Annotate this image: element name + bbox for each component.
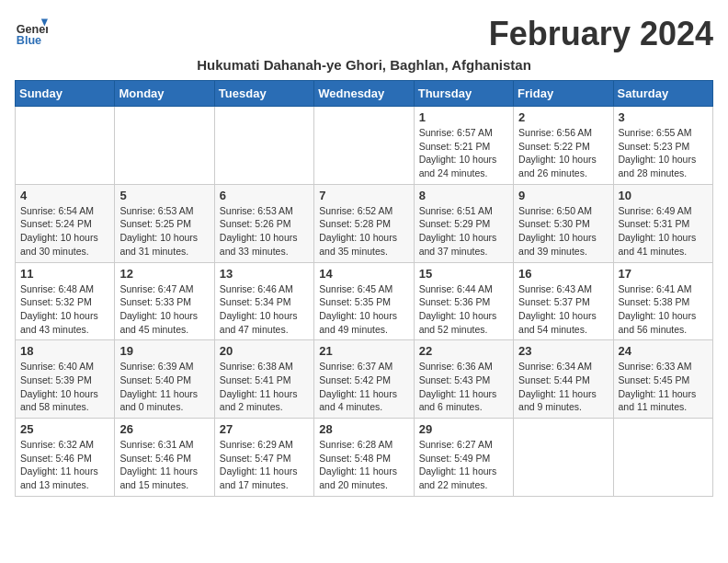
weekday-header-friday: Friday [514, 81, 613, 107]
header: General Blue February 2024 [15, 15, 713, 53]
calendar-cell: 5Sunrise: 6:53 AMSunset: 5:25 PMDaylight… [115, 184, 214, 262]
calendar-cell [613, 419, 712, 497]
day-number: 29 [419, 422, 508, 436]
title-area: February 2024 [489, 15, 713, 53]
day-info: Sunrise: 6:55 AMSunset: 5:23 PMDaylight:… [619, 126, 708, 180]
calendar-cell: 12Sunrise: 6:47 AMSunset: 5:33 PMDayligh… [115, 262, 214, 340]
calendar-cell: 25Sunrise: 6:32 AMSunset: 5:46 PMDayligh… [16, 419, 115, 497]
day-info: Sunrise: 6:38 AMSunset: 5:41 PMDaylight:… [220, 360, 309, 414]
calendar-cell: 24Sunrise: 6:33 AMSunset: 5:45 PMDayligh… [613, 340, 712, 419]
weekday-header-thursday: Thursday [414, 81, 513, 107]
day-info: Sunrise: 6:43 AMSunset: 5:37 PMDaylight:… [518, 282, 608, 337]
calendar-cell: 15Sunrise: 6:44 AMSunset: 5:36 PMDayligh… [414, 262, 513, 340]
svg-text:Blue: Blue [17, 34, 41, 47]
day-info: Sunrise: 6:29 AMSunset: 5:47 PMDaylight:… [220, 438, 309, 492]
weekday-header-tuesday: Tuesday [214, 81, 313, 107]
month-title: February 2024 [489, 15, 713, 53]
calendar-cell: 1Sunrise: 6:57 AMSunset: 5:21 PMDaylight… [414, 107, 513, 185]
weekday-header-wednesday: Wednesday [314, 81, 414, 107]
day-info: Sunrise: 6:28 AMSunset: 5:48 PMDaylight:… [319, 438, 408, 492]
day-number: 21 [319, 344, 408, 358]
day-info: Sunrise: 6:53 AMSunset: 5:25 PMDaylight:… [119, 204, 209, 259]
logo: General Blue [15, 15, 48, 48]
day-info: Sunrise: 6:34 AMSunset: 5:44 PMDaylight:… [518, 360, 608, 414]
day-number: 15 [419, 267, 508, 281]
day-info: Sunrise: 6:37 AMSunset: 5:42 PMDaylight:… [319, 360, 408, 414]
day-number: 28 [319, 422, 408, 436]
day-number: 3 [619, 110, 708, 124]
day-number: 25 [20, 422, 109, 436]
day-info: Sunrise: 6:32 AMSunset: 5:46 PMDaylight:… [20, 438, 109, 492]
day-number: 2 [518, 110, 608, 124]
day-number: 4 [20, 189, 109, 202]
calendar-cell [214, 107, 313, 185]
calendar-cell: 2Sunrise: 6:56 AMSunset: 5:22 PMDaylight… [514, 107, 613, 185]
day-info: Sunrise: 6:54 AMSunset: 5:24 PMDaylight:… [20, 204, 109, 259]
calendar-cell: 27Sunrise: 6:29 AMSunset: 5:47 PMDayligh… [214, 419, 313, 497]
day-info: Sunrise: 6:49 AMSunset: 5:31 PMDaylight:… [619, 204, 708, 259]
day-number: 27 [220, 422, 309, 436]
day-number: 7 [319, 189, 408, 202]
day-info: Sunrise: 6:48 AMSunset: 5:32 PMDaylight:… [20, 282, 109, 337]
calendar-cell: 3Sunrise: 6:55 AMSunset: 5:23 PMDaylight… [613, 107, 712, 185]
week-row-4: 18Sunrise: 6:40 AMSunset: 5:39 PMDayligh… [16, 340, 713, 419]
calendar-cell: 28Sunrise: 6:28 AMSunset: 5:48 PMDayligh… [314, 419, 414, 497]
day-info: Sunrise: 6:27 AMSunset: 5:49 PMDaylight:… [419, 438, 508, 492]
day-info: Sunrise: 6:47 AMSunset: 5:33 PMDaylight:… [119, 282, 209, 337]
day-number: 26 [119, 422, 209, 436]
day-info: Sunrise: 6:53 AMSunset: 5:26 PMDaylight:… [220, 204, 309, 259]
calendar-cell: 10Sunrise: 6:49 AMSunset: 5:31 PMDayligh… [613, 184, 712, 262]
calendar-cell: 16Sunrise: 6:43 AMSunset: 5:37 PMDayligh… [514, 262, 613, 340]
day-number: 6 [220, 189, 309, 202]
week-row-1: 1Sunrise: 6:57 AMSunset: 5:21 PMDaylight… [16, 107, 713, 185]
calendar-cell: 18Sunrise: 6:40 AMSunset: 5:39 PMDayligh… [16, 340, 115, 419]
calendar-cell: 23Sunrise: 6:34 AMSunset: 5:44 PMDayligh… [514, 340, 613, 419]
day-number: 24 [619, 344, 708, 358]
weekday-header-saturday: Saturday [613, 81, 712, 107]
day-info: Sunrise: 6:57 AMSunset: 5:21 PMDaylight:… [419, 126, 508, 180]
day-info: Sunrise: 6:39 AMSunset: 5:40 PMDaylight:… [119, 360, 209, 414]
day-info: Sunrise: 6:40 AMSunset: 5:39 PMDaylight:… [20, 360, 109, 414]
day-info: Sunrise: 6:50 AMSunset: 5:30 PMDaylight:… [518, 204, 608, 259]
calendar-cell: 7Sunrise: 6:52 AMSunset: 5:28 PMDaylight… [314, 184, 414, 262]
calendar-cell: 14Sunrise: 6:45 AMSunset: 5:35 PMDayligh… [314, 262, 414, 340]
day-number: 8 [419, 189, 508, 202]
calendar-cell: 20Sunrise: 6:38 AMSunset: 5:41 PMDayligh… [214, 340, 313, 419]
calendar-cell: 21Sunrise: 6:37 AMSunset: 5:42 PMDayligh… [314, 340, 414, 419]
calendar-cell: 4Sunrise: 6:54 AMSunset: 5:24 PMDaylight… [16, 184, 115, 262]
calendar-body: 1Sunrise: 6:57 AMSunset: 5:21 PMDaylight… [16, 107, 713, 497]
week-row-5: 25Sunrise: 6:32 AMSunset: 5:46 PMDayligh… [16, 419, 713, 497]
day-info: Sunrise: 6:33 AMSunset: 5:45 PMDaylight:… [619, 360, 708, 414]
calendar-cell: 9Sunrise: 6:50 AMSunset: 5:30 PMDaylight… [514, 184, 613, 262]
day-number: 17 [619, 267, 708, 281]
calendar-cell: 17Sunrise: 6:41 AMSunset: 5:38 PMDayligh… [613, 262, 712, 340]
calendar-cell [514, 419, 613, 497]
day-number: 20 [220, 344, 309, 358]
calendar-table: SundayMondayTuesdayWednesdayThursdayFrid… [15, 80, 713, 497]
week-row-2: 4Sunrise: 6:54 AMSunset: 5:24 PMDaylight… [16, 184, 713, 262]
day-info: Sunrise: 6:31 AMSunset: 5:46 PMDaylight:… [119, 438, 209, 492]
day-number: 10 [619, 189, 708, 202]
subtitle: Hukumati Dahanah-ye Ghori, Baghlan, Afgh… [15, 57, 713, 73]
calendar-cell: 19Sunrise: 6:39 AMSunset: 5:40 PMDayligh… [115, 340, 214, 419]
calendar-cell [314, 107, 414, 185]
day-number: 18 [20, 344, 109, 358]
day-number: 16 [518, 267, 608, 281]
calendar-cell: 11Sunrise: 6:48 AMSunset: 5:32 PMDayligh… [16, 262, 115, 340]
day-info: Sunrise: 6:51 AMSunset: 5:29 PMDaylight:… [419, 204, 508, 259]
day-number: 9 [518, 189, 608, 202]
day-number: 22 [419, 344, 508, 358]
day-info: Sunrise: 6:52 AMSunset: 5:28 PMDaylight:… [319, 204, 408, 259]
day-info: Sunrise: 6:46 AMSunset: 5:34 PMDaylight:… [220, 282, 309, 337]
day-info: Sunrise: 6:41 AMSunset: 5:38 PMDaylight:… [619, 282, 708, 337]
day-info: Sunrise: 6:36 AMSunset: 5:43 PMDaylight:… [419, 360, 508, 414]
calendar-cell: 26Sunrise: 6:31 AMSunset: 5:46 PMDayligh… [115, 419, 214, 497]
week-row-3: 11Sunrise: 6:48 AMSunset: 5:32 PMDayligh… [16, 262, 713, 340]
day-number: 14 [319, 267, 408, 281]
day-info: Sunrise: 6:45 AMSunset: 5:35 PMDaylight:… [319, 282, 408, 337]
calendar-cell: 22Sunrise: 6:36 AMSunset: 5:43 PMDayligh… [414, 340, 513, 419]
calendar-cell: 13Sunrise: 6:46 AMSunset: 5:34 PMDayligh… [214, 262, 313, 340]
calendar-cell [115, 107, 214, 185]
calendar-cell: 6Sunrise: 6:53 AMSunset: 5:26 PMDaylight… [214, 184, 313, 262]
calendar-cell: 8Sunrise: 6:51 AMSunset: 5:29 PMDaylight… [414, 184, 513, 262]
